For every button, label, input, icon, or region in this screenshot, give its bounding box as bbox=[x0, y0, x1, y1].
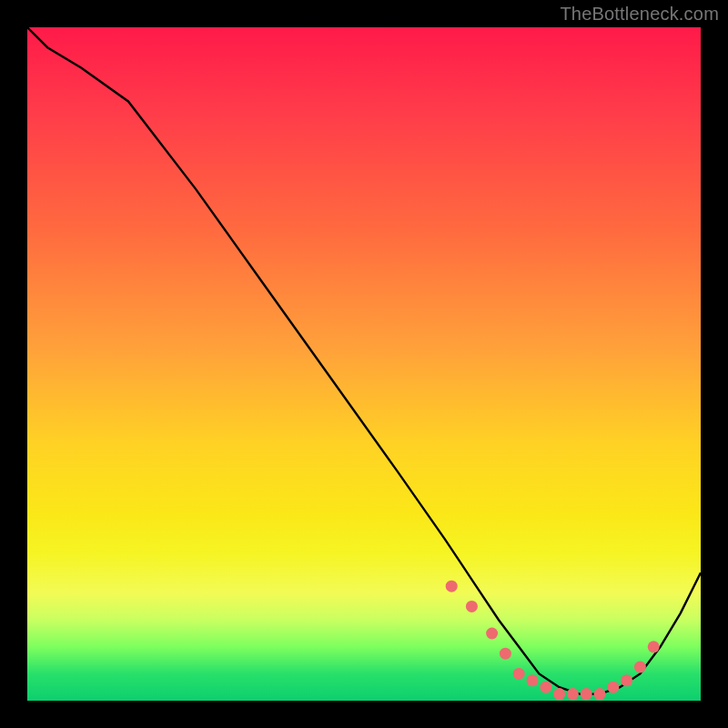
marker-dot bbox=[446, 581, 458, 592]
marker-dot bbox=[513, 668, 525, 680]
marker-dot bbox=[648, 641, 660, 652]
marker-dot bbox=[527, 674, 539, 686]
marker-dot bbox=[486, 628, 498, 640]
marker-dot bbox=[607, 682, 619, 693]
marker-dot bbox=[500, 648, 511, 660]
marker-dot bbox=[594, 688, 606, 700]
curve-line bbox=[27, 27, 701, 694]
marker-dot bbox=[567, 688, 579, 700]
plot-area bbox=[27, 27, 701, 701]
chart-frame: TheBottleneck.com bbox=[0, 0, 728, 728]
marker-dot bbox=[581, 688, 592, 700]
marker-dot bbox=[553, 688, 565, 700]
marker-dot bbox=[621, 674, 632, 686]
marker-dot bbox=[466, 601, 478, 612]
watermark-text: TheBottleneck.com bbox=[560, 4, 719, 25]
marker-dot bbox=[634, 662, 646, 673]
chart-svg bbox=[27, 27, 701, 701]
marker-dot bbox=[540, 682, 551, 693]
